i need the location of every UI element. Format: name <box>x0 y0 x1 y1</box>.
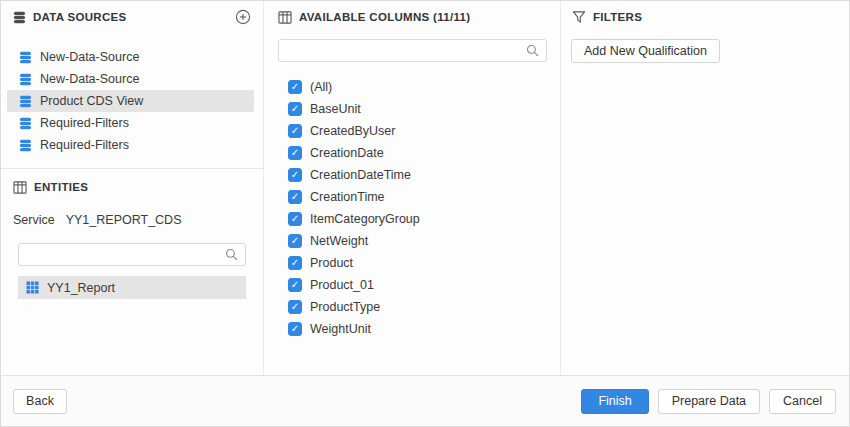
add-new-qualification-button[interactable]: Add New Qualification <box>571 39 720 63</box>
add-data-source-button[interactable] <box>235 9 251 25</box>
column-row[interactable]: ✓ CreationTime <box>288 186 560 208</box>
available-columns-title: AVAILABLE COLUMNS (11/11) <box>299 11 470 23</box>
service-line: Service YY1_REPORT_CDS <box>13 213 251 227</box>
data-source-item-label: Required-Filters <box>40 138 129 152</box>
search-icon[interactable] <box>526 44 539 57</box>
column-row[interactable]: ✓ BaseUnit <box>288 98 560 120</box>
data-source-item-label: Required-Filters <box>40 116 129 130</box>
column-label: WeightUnit <box>310 322 371 336</box>
finish-button[interactable]: Finish <box>581 389 648 414</box>
column-checkbox[interactable]: ✓ <box>288 278 302 292</box>
column-checkbox[interactable]: ✓ <box>288 168 302 182</box>
database-icon <box>19 51 32 64</box>
column-label: CreatedByUser <box>310 124 395 138</box>
available-columns-panel: AVAILABLE COLUMNS (11/11) ✓ (All) <box>265 1 561 376</box>
column-row[interactable]: ✓ WeightUnit <box>288 318 560 340</box>
column-row[interactable]: ✓ NetWeight <box>288 230 560 252</box>
available-columns-header: AVAILABLE COLUMNS (11/11) <box>265 1 560 33</box>
column-label: Product_01 <box>310 278 374 292</box>
column-label: CreationDate <box>310 146 384 160</box>
column-row[interactable]: ✓ ItemCategoryGroup <box>288 208 560 230</box>
entities-search-input[interactable] <box>19 244 245 265</box>
column-row[interactable]: ✓ Product_01 <box>288 274 560 296</box>
columns-search <box>278 39 547 62</box>
column-row[interactable]: ✓ (All) <box>288 76 560 98</box>
data-source-item[interactable]: Required-Filters <box>7 134 254 156</box>
column-checkbox[interactable]: ✓ <box>288 212 302 226</box>
filters-header: FILTERS <box>562 1 849 33</box>
database-icon <box>19 139 32 152</box>
database-icon <box>19 95 32 108</box>
grid-icon <box>26 281 39 294</box>
data-source-item[interactable]: Required-Filters <box>7 112 254 134</box>
data-sources-title: DATA SOURCES <box>33 11 126 23</box>
column-label: ProductType <box>310 300 380 314</box>
section-divider <box>1 168 263 169</box>
table-columns-icon <box>13 181 27 194</box>
column-label: ItemCategoryGroup <box>310 212 420 226</box>
database-icon <box>19 73 32 86</box>
entity-list: YY1_Report <box>18 276 246 299</box>
data-source-item[interactable]: New-Data-Source <box>7 46 254 68</box>
filters-panel: FILTERS Add New Qualification <box>562 1 849 376</box>
column-checkbox[interactable]: ✓ <box>288 256 302 270</box>
service-value: YY1_REPORT_CDS <box>66 213 182 227</box>
column-label: Product <box>310 256 353 270</box>
entity-item-label: YY1_Report <box>47 281 115 295</box>
database-icon <box>19 117 32 130</box>
entities-header: ENTITIES <box>1 171 263 203</box>
data-source-item[interactable]: Product CDS View <box>7 90 254 112</box>
column-row[interactable]: ✓ CreatedByUser <box>288 120 560 142</box>
column-label: CreationTime <box>310 190 385 204</box>
cancel-button[interactable]: Cancel <box>769 389 836 414</box>
funnel-icon <box>572 10 586 24</box>
data-source-item-label: New-Data-Source <box>40 72 139 86</box>
footer-bar: Back Finish Prepare Data Cancel <box>1 375 849 426</box>
entities-search <box>18 243 246 266</box>
column-checkbox[interactable]: ✓ <box>288 80 302 94</box>
column-checkbox[interactable]: ✓ <box>288 322 302 336</box>
data-source-item-label: New-Data-Source <box>40 50 139 64</box>
column-row[interactable]: ✓ CreationDateTime <box>288 164 560 186</box>
data-sources-list: New-Data-Source New-Data-Source <box>1 46 263 156</box>
footer-actions: Finish Prepare Data Cancel <box>581 389 836 414</box>
column-checkbox[interactable]: ✓ <box>288 102 302 116</box>
back-button[interactable]: Back <box>13 389 67 414</box>
column-row[interactable]: ✓ CreationDate <box>288 142 560 164</box>
data-sources-panel: DATA SOURCES <box>1 1 264 376</box>
filters-title: FILTERS <box>593 11 642 23</box>
search-icon[interactable] <box>225 248 238 261</box>
column-checkbox[interactable]: ✓ <box>288 234 302 248</box>
columns-search-input[interactable] <box>279 40 546 61</box>
data-sources-header: DATA SOURCES <box>1 1 263 33</box>
plus-circle-icon <box>235 9 251 25</box>
column-row[interactable]: ✓ ProductType <box>288 296 560 318</box>
service-label: Service <box>13 213 55 227</box>
column-row[interactable]: ✓ Product <box>288 252 560 274</box>
columns-checkbox-list: ✓ (All) ✓ BaseUnit ✓ CreatedByUser ✓ Cre… <box>265 76 560 340</box>
entities-title: ENTITIES <box>34 181 88 193</box>
table-columns-icon <box>278 11 292 24</box>
data-source-item[interactable]: New-Data-Source <box>7 68 254 90</box>
column-checkbox[interactable]: ✓ <box>288 124 302 138</box>
column-label: NetWeight <box>310 234 368 248</box>
entity-item[interactable]: YY1_Report <box>18 276 246 299</box>
column-checkbox[interactable]: ✓ <box>288 300 302 314</box>
data-source-item-label: Product CDS View <box>40 94 143 108</box>
column-label: (All) <box>310 80 332 94</box>
column-checkbox[interactable]: ✓ <box>288 146 302 160</box>
prepare-data-button[interactable]: Prepare Data <box>658 389 760 414</box>
data-source-wizard-window: DATA SOURCES <box>0 0 850 427</box>
database-icon <box>13 11 26 24</box>
column-checkbox[interactable]: ✓ <box>288 190 302 204</box>
column-label: BaseUnit <box>310 102 361 116</box>
column-label: CreationDateTime <box>310 168 411 182</box>
